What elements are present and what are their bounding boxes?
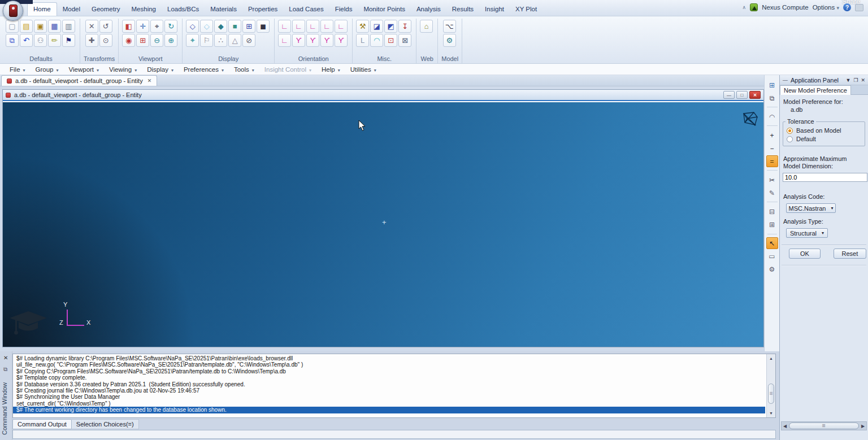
minimize-button[interactable]: — [723,91,735,99]
close-button[interactable]: ✕ [749,91,761,99]
free-faces-icon[interactable]: ◼ [257,20,270,33]
copy-entities-icon[interactable]: ⊟ [766,206,778,217]
highlight-icon[interactable]: ✦ [186,34,199,47]
curve-nodes-icon[interactable]: ◠ [370,34,383,47]
model-browser-icon[interactable]: ◪ [370,20,383,33]
document-tab-active[interactable]: a.db - default_viewport - default_group … [1,75,157,86]
point-display-icon[interactable]: ∴ [214,34,227,47]
menu-insight-control[interactable]: Insight Control▾ [259,65,316,74]
tab-load-cases[interactable]: Load Cases [283,3,329,16]
mouse-settings-icon[interactable]: ⚇ [34,34,47,47]
select-cursor-icon[interactable]: ↖ [766,237,778,249]
paste-entities-icon[interactable]: ⊞ [766,219,778,230]
copy-icon[interactable]: ⧉ [3,366,7,373]
menu-preferences[interactable]: Preferences▾ [179,65,229,74]
new-file-icon[interactable]: ▢ [6,20,19,33]
web-home-icon[interactable]: ⌂ [420,20,433,33]
panel-menu-icon[interactable]: ▼ [845,77,850,83]
panel-float-icon[interactable]: ❐ [853,77,858,83]
beam-display-icon[interactable]: L [356,34,369,47]
triangle-display-icon[interactable]: △ [228,34,241,47]
analysis-type-dropdown[interactable]: Structural ▾ [786,228,828,238]
tab-home[interactable]: Home [27,2,57,16]
viewport-canvas[interactable]: + Y Z [3,102,763,347]
iso-view-1-icon[interactable]: ϒ [292,34,305,47]
help-icon[interactable]: ? [843,3,851,11]
multi-viewport-icon[interactable]: ⊞ [136,34,149,47]
tab-xy-plot[interactable]: XY Plot [510,3,542,16]
import-file-icon[interactable]: ▣ [34,20,47,33]
tab-properties[interactable]: Properties [242,3,283,16]
copy-view-icon[interactable]: ⧉ [766,92,778,104]
tab-materials[interactable]: Materials [205,3,242,16]
maximize-button[interactable]: □ [736,91,748,99]
tab-results[interactable]: Results [446,3,479,16]
zoom-in-icon[interactable]: ⊕ [164,34,177,47]
app-menu-button[interactable] [3,1,23,21]
panel-close-icon[interactable]: ✕ [861,77,865,83]
tab-insight[interactable]: Insight [479,3,510,16]
view-yxz3-icon[interactable]: ∟ [335,20,348,33]
radio-button-icon[interactable] [787,136,793,142]
scroll-down-icon[interactable]: ▼ [767,410,775,416]
mouse-pan-icon[interactable]: ✚ [85,34,98,47]
wireframe-icon[interactable]: ◇ [186,20,199,33]
iso-view-icon[interactable]: ◉ [122,34,135,47]
scrollbar-thumb[interactable]: ☰ [768,384,774,404]
menu-file[interactable]: File▾ [5,65,31,74]
fit-view-icon[interactable]: ✛ [136,20,149,33]
panel-collapse-icon[interactable]: — [783,77,788,83]
zoom-out-icon[interactable]: ⊖ [150,34,163,47]
iso-view-4-icon[interactable]: ϒ [335,34,348,47]
view-yzx-icon[interactable]: ∟ [278,20,291,33]
print-icon[interactable]: ▥ [62,20,75,33]
undo-icon[interactable]: ↶ [20,34,33,47]
model-tree-icon[interactable]: ⌥ [443,20,456,33]
open-file-icon[interactable]: ▤ [20,20,33,33]
view-zx-icon[interactable]: ∟ [278,34,291,47]
menu-group[interactable]: Group▾ [31,65,64,74]
record-session-icon[interactable]: ⚑ [62,34,75,47]
tab-command-output[interactable]: Command Output [12,419,72,429]
tab-fields[interactable]: Fields [329,3,358,16]
shading-options-icon[interactable]: ⊘ [242,34,255,47]
attachments-icon[interactable]: ◩ [384,20,397,33]
menu-help[interactable]: Help▾ [316,65,345,74]
command-output-area[interactable]: $# Loading dynamic library C:\Program Fi… [12,354,776,418]
collapse-ribbon-icon[interactable]: ∧ [743,5,747,10]
mouse-rotate-icon[interactable]: ↺ [99,20,112,33]
lasso-select-icon[interactable]: ◠ [766,111,778,123]
command-input-field[interactable] [12,430,776,439]
console-vertical-scrollbar[interactable]: ▲ ☰ ▼ [766,354,775,417]
viewport-grid-icon[interactable]: ⊞ [766,79,778,91]
smooth-shaded-icon[interactable]: ■ [228,20,241,33]
zoom-in-icon[interactable]: + [766,129,778,141]
view-yxz-icon[interactable]: ∟ [292,20,305,33]
tab-analysis[interactable]: Analysis [411,3,446,16]
close-icon[interactable]: ✕ [3,355,8,361]
analysis-code-dropdown[interactable]: MSC.Nastran ▾ [786,203,836,213]
viewport-title-bar[interactable]: a.db - default_viewport - default_group … [3,90,763,101]
polygon-select-icon[interactable]: ▭ [766,250,778,262]
nexus-compute-label[interactable]: Nexus Compute [762,4,808,11]
sweep-icon[interactable]: ✎ [766,187,778,199]
loads-pin-icon[interactable]: ↧ [398,20,411,33]
radio-based-on-model[interactable]: Based on Model [785,127,862,134]
model-settings-icon[interactable]: ⚙ [443,34,456,47]
hidden-line-icon[interactable]: ◇ [200,20,213,33]
zoom-out-icon[interactable]: − [766,142,778,154]
clean-database-icon[interactable]: ✏ [48,34,61,47]
view-yxz2-icon[interactable]: ∟ [306,20,319,33]
mouse-zoom-icon[interactable]: ⊙ [99,34,112,47]
rotate-view-icon[interactable]: ↻ [164,20,177,33]
equivalence-icon[interactable]: = [766,155,778,167]
iso-view-3-icon[interactable]: ϒ [320,34,333,47]
reset-button[interactable]: Reset [834,249,866,259]
radio-default[interactable]: Default [785,136,862,142]
panel-tab-new-model-preference[interactable]: New Model Preference [780,85,851,95]
preferences-gear-icon[interactable]: ⚙ [766,263,778,275]
label-control-icon[interactable]: ⚐ [200,34,213,47]
scroll-right-icon[interactable]: ▶ [860,424,866,429]
entity-display-icon[interactable]: ⊞ [242,20,255,33]
fasteners-icon[interactable]: ⚒ [356,20,369,33]
